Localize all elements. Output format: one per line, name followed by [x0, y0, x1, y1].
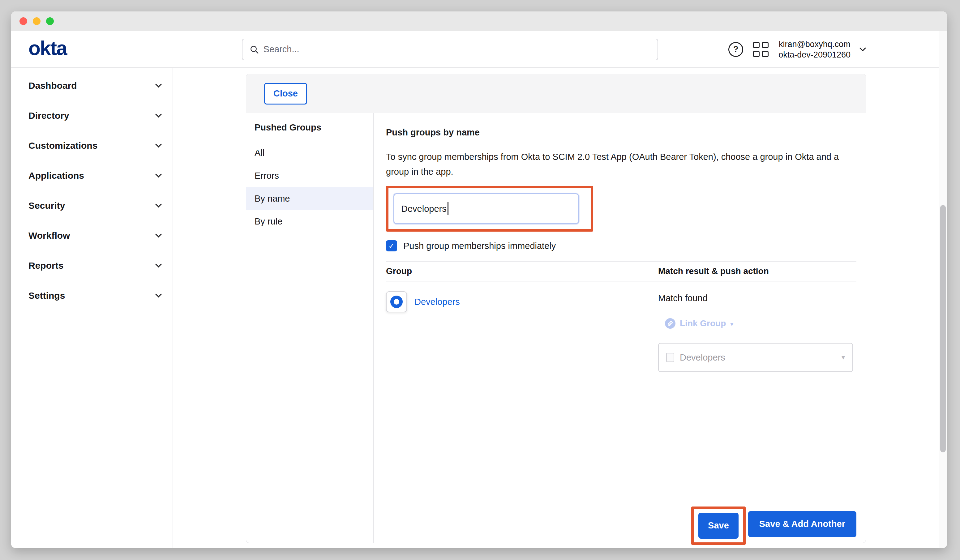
main-area: Dashboard Directory Customizations Appli…: [11, 68, 947, 548]
text-cursor: [448, 202, 448, 215]
push-groups-panel: Close Pushed Groups All Errors By name B…: [246, 74, 866, 543]
sidebar-item-customizations[interactable]: Customizations: [11, 131, 173, 160]
save-add-another-button[interactable]: Save & Add Another: [748, 511, 856, 537]
group-name-input-value: Developers: [401, 204, 446, 214]
table-header-row: Group Match result & push action: [386, 262, 856, 282]
pane-description: To sync group memberships from Okta to S…: [386, 149, 844, 179]
search-icon: [249, 45, 259, 54]
grid-cell: [753, 42, 760, 48]
sidebar-item-label: Settings: [29, 290, 65, 301]
account-email: kiran@boxyhq.com: [778, 39, 851, 50]
sidebar-item-security[interactable]: Security: [11, 190, 173, 221]
sidebar-item-label: Dashboard: [29, 80, 77, 91]
pushed-groups-title: Pushed Groups: [246, 113, 373, 141]
group-cell: Developers: [386, 291, 658, 312]
match-status: Match found: [658, 293, 856, 303]
linked-group-value: Developers: [680, 352, 725, 363]
link-icon: [665, 318, 675, 329]
sidebar-item-label: Workflow: [29, 230, 70, 241]
sidebar-item-label: Security: [29, 200, 65, 211]
minimize-window-button[interactable]: [33, 17, 40, 25]
app-switcher-icon[interactable]: [753, 42, 768, 57]
sidebar-item-label: Customizations: [29, 141, 98, 151]
content-area: Close Pushed Groups All Errors By name B…: [173, 68, 947, 548]
scrollbar-thumb[interactable]: [940, 205, 946, 453]
nav-item-by-rule[interactable]: By rule: [246, 210, 373, 233]
sidebar-item-label: Applications: [29, 170, 84, 181]
caret-down-icon: ▾: [842, 354, 845, 362]
sidebar-item-workflow[interactable]: Workflow: [11, 221, 173, 250]
checkbox-checked-icon[interactable]: ✓: [386, 240, 397, 251]
sidebar-item-applications[interactable]: Applications: [11, 160, 173, 190]
sidebar-item-label: Reports: [29, 260, 63, 271]
push-by-name-content: Push groups by name To sync group member…: [374, 113, 866, 505]
scrollbar-track[interactable]: [939, 31, 947, 548]
help-icon[interactable]: ?: [728, 42, 743, 57]
sidebar: Dashboard Directory Customizations Appli…: [11, 68, 173, 548]
group-name-input[interactable]: Developers: [394, 193, 579, 224]
chevron-down-icon: [155, 291, 162, 298]
sidebar-item-settings[interactable]: Settings: [11, 280, 173, 310]
group-match-table: Group Match result & push action Develop…: [386, 261, 856, 385]
save-button[interactable]: Save: [698, 513, 739, 539]
sidebar-item-label: Directory: [29, 110, 69, 121]
header-actions: ? kiran@boxyhq.com okta-dev-20901260: [728, 39, 865, 60]
linked-group-select[interactable]: Developers ▾: [658, 343, 853, 372]
link-group-dropdown[interactable]: Link Group ▾: [658, 318, 856, 329]
table-row: Developers Match found: [386, 282, 856, 385]
chevron-down-icon: [155, 81, 162, 88]
sidebar-item-reports[interactable]: Reports: [11, 250, 173, 280]
column-header-match-result: Match result & push action: [658, 266, 856, 276]
grid-cell: [753, 51, 760, 57]
group-icon: [386, 291, 407, 312]
group-link[interactable]: Developers: [414, 297, 460, 307]
group-placeholder-icon: [666, 353, 674, 362]
chevron-down-icon: [155, 231, 162, 237]
panel-body: Pushed Groups All Errors By name By rule…: [246, 113, 866, 543]
push-by-name-pane: Push groups by name To sync group member…: [374, 113, 866, 543]
pane-heading: Push groups by name: [386, 127, 856, 138]
search-bar[interactable]: [242, 38, 658, 60]
chevron-down-icon: [155, 261, 162, 267]
nav-item-all[interactable]: All: [246, 141, 373, 164]
chevron-down-icon: [155, 201, 162, 208]
panel-header: Close: [246, 74, 866, 113]
panel-footer: Save Save & Add Another: [374, 505, 866, 543]
fullscreen-window-button[interactable]: [46, 17, 54, 25]
sidebar-item-directory[interactable]: Directory: [11, 101, 173, 131]
chevron-down-icon: [155, 141, 162, 147]
search-input[interactable]: [264, 44, 651, 54]
nav-item-errors[interactable]: Errors: [246, 164, 373, 187]
nav-item-by-name[interactable]: By name: [246, 187, 373, 210]
push-immediately-option[interactable]: ✓ Push group memberships immediately: [386, 240, 556, 251]
chevron-down-icon: [155, 171, 162, 178]
chevron-down-icon: [155, 111, 162, 117]
okta-logo[interactable]: okta: [29, 38, 67, 61]
checkbox-label: Push group memberships immediately: [403, 241, 556, 251]
annotation-box-save: Save: [691, 507, 746, 545]
caret-down-icon: ▾: [730, 319, 733, 328]
window-titlebar: [11, 11, 947, 31]
group-ring-icon: [390, 296, 403, 308]
sidebar-item-dashboard[interactable]: Dashboard: [11, 70, 173, 101]
account-menu[interactable]: kiran@boxyhq.com okta-dev-20901260: [778, 39, 851, 60]
close-window-button[interactable]: [19, 17, 27, 25]
pushed-groups-nav: Pushed Groups All Errors By name By rule: [246, 113, 374, 543]
grid-cell: [762, 51, 768, 57]
link-group-label: Link Group: [680, 318, 726, 328]
close-button[interactable]: Close: [264, 83, 307, 104]
browser-window: okta ? kiran@boxyhq.com okta-dev-2090126…: [11, 11, 947, 548]
app-header: okta ? kiran@boxyhq.com okta-dev-2090126…: [11, 31, 947, 68]
grid-cell: [762, 42, 768, 48]
column-header-group: Group: [386, 266, 658, 276]
annotation-box-input: Developers: [386, 186, 593, 232]
account-org: okta-dev-20901260: [778, 50, 851, 60]
chevron-down-icon[interactable]: [859, 45, 866, 51]
